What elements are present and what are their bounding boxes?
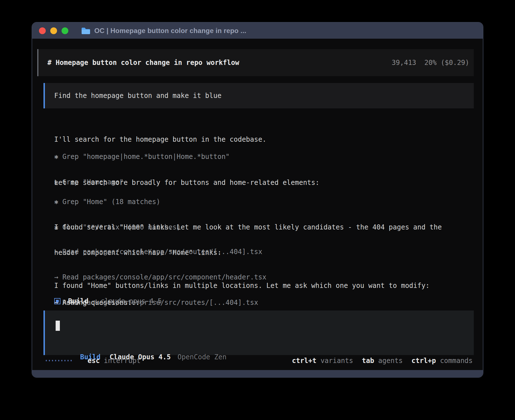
context-usage: 20% ($0.29) [424, 59, 469, 67]
window-bottom-frame [32, 370, 483, 377]
agent-name: Build [68, 297, 88, 305]
zoom-button[interactable] [62, 27, 68, 34]
session-title: # Homepage button color change in repo w… [47, 59, 239, 67]
esc-label: interrupt [104, 357, 141, 365]
esc-key: esc [88, 357, 100, 365]
shortcut-hints: ctrl+t variants tab agents ctrl+p comman… [292, 356, 473, 365]
user-message-text: Find the homepage button and make it blu… [54, 92, 221, 100]
shortcut-label: agents [378, 357, 403, 365]
text-cursor [56, 321, 60, 331]
window-title: OC | Homepage button color change in rep… [94, 27, 246, 35]
prompt-input[interactable]: BuildClaude Opus 4.5OpenCode Zen [43, 310, 474, 355]
session-header: # Homepage button color change in repo w… [37, 49, 474, 76]
shortcut-hint: ctrl+p commands [411, 356, 473, 365]
shortcut-key: tab [362, 357, 374, 365]
shortcut-hint: ctrl+t variants [292, 356, 353, 365]
shortcut-key: ctrl+t [292, 357, 317, 365]
interrupt-hint: esc interrupt [88, 356, 141, 365]
shortcut-label: commands [440, 357, 473, 365]
token-count: 39,413 [392, 59, 416, 67]
agent-icon [54, 298, 60, 304]
agent-status-line: Build · claude-opus-4-5 [54, 297, 162, 305]
minimize-button[interactable] [50, 27, 57, 34]
assistant-text-line: I found several "Home" links. Let me loo… [54, 223, 442, 231]
shortcut-key: ctrl+p [411, 357, 436, 365]
close-button[interactable] [39, 27, 46, 34]
status-bar: esc interrupt ctrl+t variants tab agents… [32, 356, 483, 365]
titlebar[interactable]: OC | Homepage button color change in rep… [32, 23, 483, 39]
user-message: Find the homepage button and make it blu… [43, 83, 474, 108]
shortcut-label: variants [320, 357, 353, 365]
folder-icon [81, 27, 90, 34]
model-name: · claude-opus-4-5 [92, 297, 162, 305]
tool-call-line: → Read packages/console/app/src/routes/[… [54, 248, 266, 256]
terminal-window: OC | Homepage button color change in rep… [32, 22, 483, 378]
session-stats: 39,41320% ($0.29) [383, 59, 469, 67]
tool-call-line: ✱ Grep "Home" (18 matches) [54, 198, 181, 206]
working-spinner-dots [46, 360, 72, 361]
shortcut-hint: tab agents [362, 356, 403, 365]
tool-call-line: ✱ Grep "homepage|home.*button|Home.*butt… [54, 152, 230, 161]
